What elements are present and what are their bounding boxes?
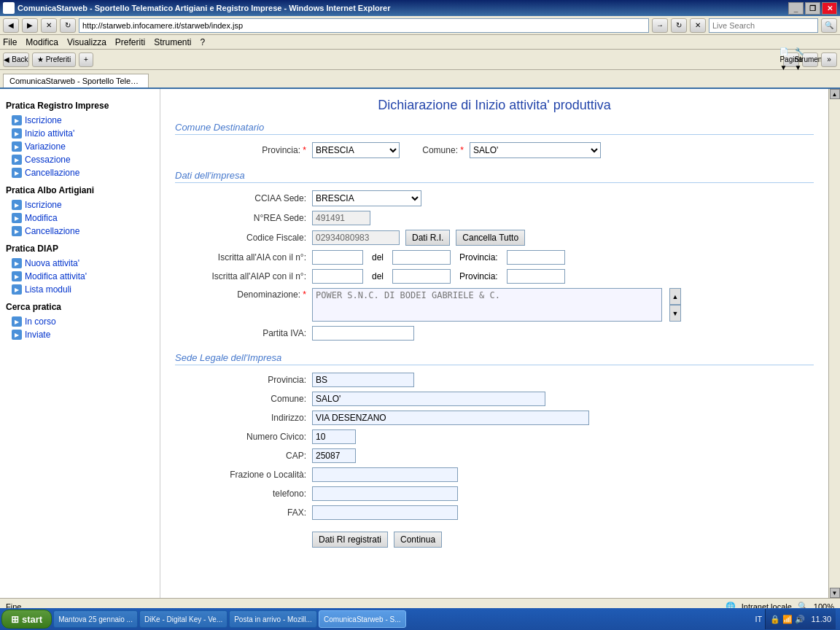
row-telefono: telefono: xyxy=(175,486,814,501)
close-btn[interactable]: ✕ xyxy=(822,2,837,15)
page-title: Dichiarazione di Inizio attivita' produt… xyxy=(175,98,814,113)
input-fax[interactable] xyxy=(312,505,458,520)
menu-preferiti[interactable]: Preferiti xyxy=(115,37,145,47)
textarea-scroll-down[interactable]: ▼ xyxy=(669,305,681,322)
taskbar-item-posta[interactable]: Posta in arrivo - Mozill... xyxy=(229,610,317,628)
row-provincia-dest: Provincia: * BRESCIA Comune: * SALO' xyxy=(175,142,814,158)
sidebar-item-lista-moduli[interactable]: ▶ Lista moduli xyxy=(6,283,154,296)
row-nrea: N°REA Sede: xyxy=(175,211,814,225)
toolbar-add-favorites[interactable]: + xyxy=(79,52,93,67)
row-fax: FAX: xyxy=(175,505,814,520)
toolbar-back[interactable]: ◀ Back xyxy=(3,52,29,67)
title-bar: ComunicaStarweb - Sportello Telematico A… xyxy=(0,0,840,16)
sidebar-section-cerca: Cerca pratica xyxy=(6,302,154,312)
select-provincia-dest[interactable]: BRESCIA xyxy=(312,142,400,158)
sidebar-item-inviate[interactable]: ▶ Inviate xyxy=(6,328,154,341)
input-frazione[interactable] xyxy=(312,467,458,482)
textarea-denominazione[interactable] xyxy=(312,288,662,322)
input-codice-fiscale[interactable] xyxy=(312,230,400,245)
input-nrea[interactable] xyxy=(312,211,370,225)
sidebar-item-cancellazione1[interactable]: ▶ Cancellazione xyxy=(6,166,154,179)
menu-modifica[interactable]: Modifica xyxy=(26,37,58,47)
scrollbar[interactable]: ▲ ▼ xyxy=(828,89,840,598)
start-button[interactable]: ⊞ start xyxy=(1,610,52,629)
minimize-btn[interactable]: _ xyxy=(788,2,804,15)
toolbar-expand[interactable]: » xyxy=(821,52,837,67)
input-comune-sede[interactable] xyxy=(312,392,545,406)
sidebar: Pratica Registro Imprese ▶ Iscrizione ▶ … xyxy=(0,89,160,598)
stop-btn2[interactable]: ✕ xyxy=(690,18,706,33)
input-provincia-sede[interactable] xyxy=(312,373,414,387)
row-denominazione: Denominazione: * ▲ ▼ xyxy=(175,288,814,322)
input-cap[interactable] xyxy=(312,448,356,463)
browser-tab[interactable]: ComunicaStarweb - Sportello Telematico A… xyxy=(3,74,149,88)
menu-file[interactable]: File xyxy=(3,37,17,47)
arrow-icon-4: ▶ xyxy=(12,155,22,165)
stop-btn[interactable]: ✕ xyxy=(41,18,57,33)
back-btn[interactable]: ◀ xyxy=(3,18,19,33)
label-nrea: N°REA Sede: xyxy=(175,213,306,223)
sidebar-item-iscrizione1[interactable]: ▶ Iscrizione xyxy=(6,114,154,127)
scroll-down-btn[interactable]: ▼ xyxy=(830,588,840,598)
toolbar-tools-menu[interactable]: 🔧 Strumenti ▼ xyxy=(802,52,818,67)
row-comune-sede: Comune: xyxy=(175,392,814,406)
menu-visualizza[interactable]: Visualizza xyxy=(67,37,106,47)
menu-strumenti[interactable]: Strumenti xyxy=(154,37,191,47)
refresh-btn2[interactable]: ↻ xyxy=(671,18,687,33)
sidebar-item-cessazione[interactable]: ▶ Cessazione xyxy=(6,153,154,166)
toolbar-favorites[interactable]: ★ Preferiti xyxy=(32,52,76,67)
arrow-icon-2: ▶ xyxy=(12,128,22,139)
input-aiap-n[interactable] xyxy=(312,269,363,284)
input-telefono[interactable] xyxy=(312,486,458,501)
address-input[interactable] xyxy=(79,18,649,33)
search-input[interactable] xyxy=(709,18,818,33)
sidebar-item-variazione[interactable]: ▶ Variazione xyxy=(6,140,154,153)
label-frazione: Frazione o Località: xyxy=(175,470,306,480)
arrow-icon-9: ▶ xyxy=(12,258,22,268)
sidebar-item-in-corso[interactable]: ▶ In corso xyxy=(6,315,154,328)
input-aia-provincia[interactable] xyxy=(507,250,565,265)
sidebar-item-modifica-attivita[interactable]: ▶ Modifica attivita' xyxy=(6,270,154,283)
label-provincia-aia: Provincia: xyxy=(459,252,498,262)
input-aiap-del[interactable] xyxy=(392,269,451,284)
sidebar-item-modifica[interactable]: ▶ Modifica xyxy=(6,211,154,225)
textarea-scroll-up[interactable]: ▲ xyxy=(669,288,681,305)
menu-help[interactable]: ? xyxy=(201,37,206,47)
select-cciaa[interactable]: BRESCIA xyxy=(312,190,421,206)
select-comune-dest[interactable]: SALO' xyxy=(470,142,601,158)
label-provincia-sede: Provincia: xyxy=(175,375,306,385)
input-partita-iva[interactable] xyxy=(312,326,414,341)
btn-dati-ri-registrati[interactable]: Dati RI registrati xyxy=(312,532,388,548)
btn-continua[interactable]: Continua xyxy=(394,532,442,548)
forward-btn[interactable]: ▶ xyxy=(22,18,38,33)
label-comune-sede: Comune: xyxy=(175,394,306,404)
scroll-up-btn[interactable]: ▲ xyxy=(830,89,840,99)
input-indirizzo[interactable] xyxy=(312,411,589,425)
input-aiap-provincia[interactable] xyxy=(507,269,565,284)
go-btn[interactable]: → xyxy=(652,18,668,33)
label-cciaa: CCIAA Sede: xyxy=(175,193,306,203)
sidebar-item-cancellazione2[interactable]: ▶ Cancellazione xyxy=(6,225,154,238)
input-numero-civico[interactable] xyxy=(312,429,356,444)
sidebar-item-iscrizione2[interactable]: ▶ Iscrizione xyxy=(6,198,154,211)
clock: 11.30 xyxy=(811,615,831,623)
sidebar-item-inizio-attivita[interactable]: ▶ Inizio attivita' xyxy=(6,127,154,140)
sidebar-item-nuova-attivita[interactable]: ▶ Nuova attivita' xyxy=(6,257,154,270)
taskbar-item-comunica[interactable]: ComunicaStarweb - S... xyxy=(319,610,406,628)
arrow-icon-5: ▶ xyxy=(12,168,22,178)
input-aia-del[interactable] xyxy=(392,250,451,265)
input-aia-n[interactable] xyxy=(312,250,363,265)
section-title-sede: Sede Legale dell'Impresa xyxy=(175,352,814,365)
arrow-icon-8: ▶ xyxy=(12,226,22,236)
search-btn[interactable]: 🔍 xyxy=(821,18,837,33)
refresh-btn[interactable]: ↻ xyxy=(60,18,76,33)
label-partita-iva: Partita IVA: xyxy=(175,328,306,338)
btn-dati-ri[interactable]: Dati R.I. xyxy=(405,230,450,246)
taskbar-item-mantova[interactable]: Mantova 25 gennaio ... xyxy=(53,610,138,628)
taskbar-item-dike[interactable]: DiKe - Digital Key - Ve... xyxy=(139,610,228,628)
label-del-aia: del xyxy=(372,252,384,262)
section-sede-legale: Sede Legale dell'Impresa Provincia: Comu… xyxy=(175,352,814,520)
window-title: ComunicaStarweb - Sportello Telematico A… xyxy=(18,4,391,12)
restore-btn[interactable]: ❐ xyxy=(805,2,820,15)
btn-cancella-tutto[interactable]: Cancella Tutto xyxy=(456,230,525,246)
